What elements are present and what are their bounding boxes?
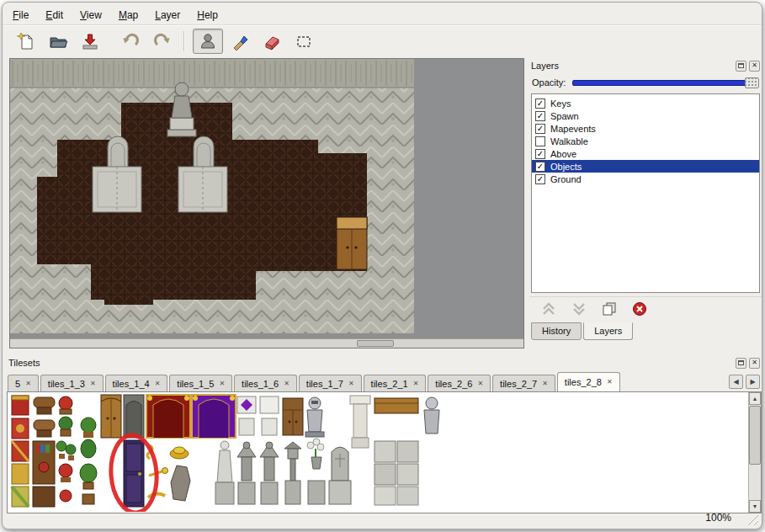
tab-close-icon[interactable]: ✕ [219, 380, 225, 387]
layers-titlebar: Layers ✕ [529, 58, 762, 73]
menubar: File Edit View Map Layer Help [13, 9, 218, 21]
layer-visibility-checkbox[interactable]: ✓ [535, 98, 545, 109]
delete-layer-button[interactable] [630, 301, 649, 317]
layer-row-above[interactable]: ✓ Above [532, 147, 759, 160]
resize-grip[interactable] [746, 513, 758, 525]
tab-layers[interactable]: Layers [583, 322, 633, 340]
layer-row-ground[interactable]: ✓ Ground [532, 173, 759, 185]
event-tool-icon [199, 32, 217, 51]
layer-row-spawn[interactable]: ✓ Spawn [532, 109, 759, 122]
undo-icon [121, 32, 140, 51]
tile-ivory-monument[interactable] [350, 396, 370, 448]
tab-close-icon[interactable]: ✕ [607, 379, 613, 386]
layer-visibility-checkbox[interactable]: ✓ [535, 111, 545, 121]
tileset-vscroll-thumb[interactable] [749, 406, 761, 465]
tab-close-icon[interactable]: ✕ [284, 380, 290, 387]
save-map-button[interactable] [75, 29, 105, 54]
tile-tombstone[interactable] [329, 447, 351, 504]
lower-layer-icon [571, 302, 587, 316]
layer-visibility-checkbox[interactable]: ✓ [535, 149, 545, 159]
layers-panel-title: Layers [531, 61, 733, 71]
layer-list: ✓ Keys ✓ Spawn ✓ Mapevents Walkable ✓ Ab… [531, 93, 760, 293]
layer-visibility-checkbox[interactable]: ✓ [535, 124, 545, 134]
menu-file[interactable]: File [13, 9, 29, 21]
tile-banners[interactable] [12, 396, 29, 507]
tab-close-icon[interactable]: ✕ [542, 380, 548, 387]
tab-close-icon[interactable]: ✕ [348, 380, 354, 387]
tile-armor-2[interactable] [424, 397, 439, 434]
tileset-tab-tiles_2_7[interactable]: tiles_2_7 ✕ [492, 375, 555, 391]
eraser-tool-button[interactable] [257, 29, 287, 54]
tileset-tab-tiles_1_5[interactable]: tiles_1_5 ✕ [169, 375, 232, 391]
tileset-palette[interactable] [8, 393, 741, 512]
duplicate-layer-button[interactable] [600, 301, 619, 317]
undo-button[interactable] [115, 29, 146, 54]
paint-tool-button[interactable] [225, 29, 255, 54]
tab-close-icon[interactable]: ✕ [477, 380, 483, 387]
layer-row-objects[interactable]: ✓ Objects [532, 160, 759, 173]
layers-float-button[interactable] [736, 61, 746, 72]
tile-purple-throne[interactable] [192, 395, 236, 438]
tilesets-close-button[interactable]: ✕ [749, 358, 760, 369]
tab-scroll-arrows: ◀ ▶ [729, 375, 762, 391]
tab-scroll-right-button[interactable]: ▶ [746, 375, 760, 389]
tileset-tab-tiles_2_1[interactable]: tiles_2_1 ✕ [364, 375, 427, 391]
opacity-row: Opacity: [529, 75, 762, 90]
tileset-tab-label: tiles_1_4 [113, 379, 150, 389]
tileset-content: ▲ ▼ [7, 391, 762, 513]
layers-dock: Layers ✕ Opacity: ✓ Keys ✓ Spawn ✓ Mapev… [529, 58, 762, 350]
tileset-tab-tiles_2_8[interactable]: tiles_2_8 ✕ [557, 372, 620, 391]
open-map-button[interactable] [43, 29, 73, 54]
redo-button[interactable] [147, 29, 178, 54]
scroll-up-button[interactable]: ▲ [749, 392, 761, 405]
opacity-slider-track[interactable] [572, 80, 759, 86]
float-icon [738, 360, 744, 365]
tab-close-icon[interactable]: ✕ [155, 380, 161, 387]
map-hscroll-thumb[interactable] [357, 340, 394, 347]
tab-close-icon[interactable]: ✕ [413, 380, 419, 387]
tileset-tab-tiles_1_7[interactable]: tiles_1_7 ✕ [299, 375, 362, 391]
menu-edit[interactable]: Edit [45, 9, 63, 21]
tab-history[interactable]: History [531, 322, 582, 340]
tile-brown-cabinet[interactable] [101, 395, 121, 438]
tile-wooden-counter[interactable] [375, 398, 418, 413]
opacity-slider-handle[interactable] [745, 77, 759, 88]
tileset-tab-tiles_2_6[interactable]: tiles_2_6 ✕ [428, 375, 491, 391]
tilesets-titlebar: Tilesets ✕ [7, 355, 762, 370]
select-tool-button[interactable] [289, 29, 319, 54]
new-map-button[interactable] [11, 29, 41, 54]
tileset-vertical-scrollbar[interactable]: ▲ ▼ [748, 392, 761, 513]
event-tool-button[interactable] [193, 29, 223, 54]
layer-row-walkable[interactable]: Walkable [532, 135, 759, 147]
layer-row-keys[interactable]: ✓ Keys [532, 97, 759, 109]
tilesets-float-button[interactable] [736, 358, 746, 369]
map-view[interactable] [9, 58, 524, 348]
tile-stone-door[interactable] [124, 395, 144, 438]
menu-view[interactable]: View [80, 9, 102, 21]
map-horizontal-scrollbar[interactable] [10, 338, 523, 348]
tab-scroll-left-button[interactable]: ◀ [729, 375, 743, 389]
tileset-tab-tiles_1_4[interactable]: tiles_1_4 ✕ [105, 375, 168, 391]
menu-help[interactable]: Help [197, 9, 218, 21]
tileset-tab-tiles_1_6[interactable]: tiles_1_6 ✕ [234, 375, 297, 391]
layers-close-button[interactable]: ✕ [749, 61, 760, 72]
tileset-tab-label: 5 [15, 379, 20, 389]
tile-red-throne[interactable] [146, 395, 190, 438]
tileset-tab-5[interactable]: 5 ✕ [8, 375, 39, 391]
lower-layer-button[interactable] [570, 301, 588, 317]
tile-sideboard[interactable] [283, 398, 303, 435]
layer-visibility-checkbox[interactable] [535, 136, 545, 146]
tileset-tab-tiles_1_3[interactable]: tiles_1_3 ✕ [40, 375, 104, 391]
layer-visibility-checkbox[interactable]: ✓ [535, 174, 545, 184]
tab-close-icon[interactable]: ✕ [90, 380, 96, 387]
map-canvas[interactable] [10, 59, 414, 333]
menu-map[interactable]: Map [119, 9, 138, 21]
tile-purple-door[interactable] [124, 440, 144, 507]
opacity-slider[interactable] [572, 77, 759, 88]
layer-row-mapevents[interactable]: ✓ Mapevents [532, 122, 759, 135]
menu-layer[interactable]: Layer [155, 9, 180, 21]
scroll-down-button[interactable]: ▼ [749, 500, 761, 513]
tab-close-icon[interactable]: ✕ [25, 380, 31, 387]
raise-layer-button[interactable] [539, 301, 558, 317]
layer-visibility-checkbox[interactable]: ✓ [535, 162, 545, 172]
